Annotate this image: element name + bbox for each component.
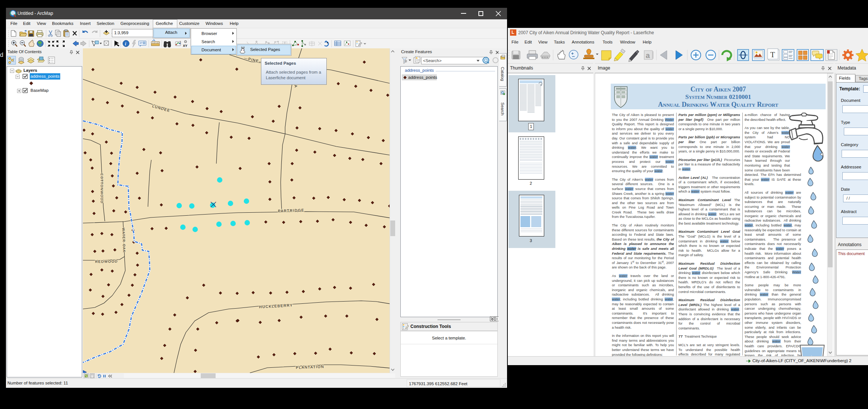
svg-text:PLANTATION: PLANTATION — [296, 364, 325, 370]
svg-text:WATER-OAK: WATER-OAK — [122, 228, 126, 253]
svg-text:HUCKLEBERRY: HUCKLEBERRY — [259, 303, 293, 309]
svg-text:XY: XY — [183, 44, 187, 48]
svg-text:a: a — [646, 51, 650, 59]
svg-text:PARTRIDGE: PARTRIDGE — [278, 208, 304, 213]
svg-text:REDWOOD: REDWOOD — [95, 259, 118, 264]
svg-text:T: T — [770, 50, 775, 59]
svg-text:—PINE—: —PINE— — [244, 56, 264, 64]
svg-text:LUNDEE: LUNDEE — [152, 104, 171, 113]
svg-text:COTTONWOOD: COTTONWOOD — [100, 173, 104, 204]
